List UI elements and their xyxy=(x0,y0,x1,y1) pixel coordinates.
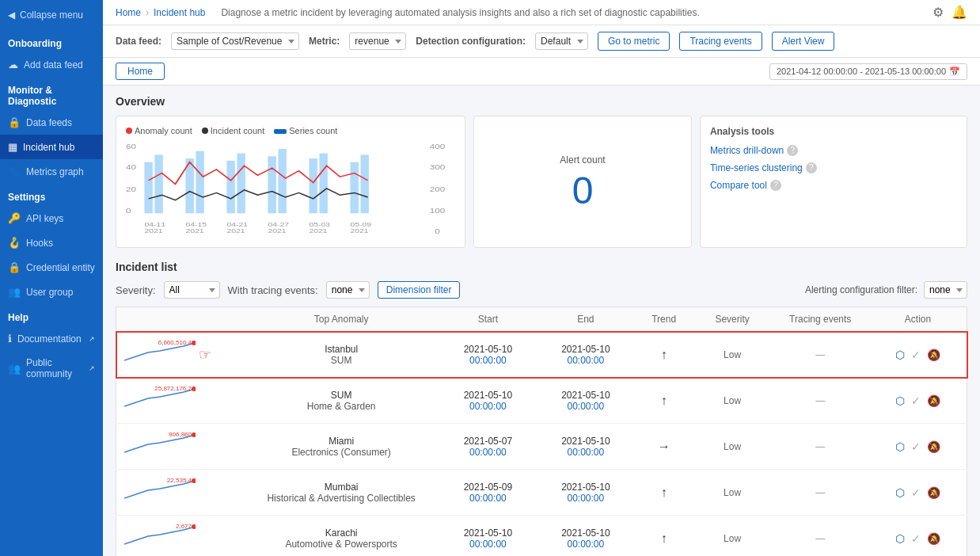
drill-down-action-icon[interactable]: ⬡ xyxy=(895,348,905,361)
users-icon: 👥 xyxy=(8,286,21,298)
svg-text:2021: 2021 xyxy=(185,228,203,234)
anomaly-cell: SUM Home & Garden xyxy=(244,378,439,424)
action-cell: ⬡ ✓ 🔕 xyxy=(869,516,967,557)
sidebar-item-hooks[interactable]: 🪝 Hooks xyxy=(0,230,103,255)
home-link[interactable]: Home xyxy=(116,7,141,18)
end-time-link[interactable]: 00:00:00 xyxy=(545,355,626,366)
snooze-action-icon[interactable]: 🔕 xyxy=(927,394,940,407)
sidebar-item-label: Hooks xyxy=(26,238,53,249)
collapse-menu-button[interactable]: ◀ Collapse menu xyxy=(0,0,103,30)
check-action-icon[interactable]: ✓ xyxy=(911,486,921,499)
tracing-events-button[interactable]: Tracing events xyxy=(679,32,762,51)
start-time-link[interactable]: 00:00:00 xyxy=(447,447,529,458)
tracing-value: — xyxy=(815,349,825,360)
end-time-link[interactable]: 00:00:00 xyxy=(545,401,626,412)
analysis-tools-card: Analysis tools Metrics drill-down ? Time… xyxy=(700,116,967,248)
svg-text:6,660,510.4: 6,660,510.4 xyxy=(158,339,192,346)
overview-title: Overview xyxy=(116,95,967,108)
sidebar-item-label: API keys xyxy=(26,213,63,224)
snooze-action-icon[interactable]: 🔕 xyxy=(927,486,940,499)
start-cell: 2021-05-07 00:00:00 xyxy=(439,424,537,470)
tracing-cell: — xyxy=(771,470,868,516)
severity-label: Severity: xyxy=(116,284,156,296)
anomaly-cell: Miami Electronics (Consumer) xyxy=(244,424,439,470)
sidebar-item-credential-entity[interactable]: 🔒 Credential entity xyxy=(0,255,103,280)
svg-rect-18 xyxy=(320,154,328,214)
start-time-link[interactable]: 00:00:00 xyxy=(447,401,529,412)
severity-value: Low xyxy=(724,487,741,498)
mini-chart-cell: 906,860 xyxy=(116,424,244,470)
col-tracing: Tracing events xyxy=(771,307,868,332)
bell-icon[interactable]: 🔔 xyxy=(952,5,967,20)
drill-down-action-icon[interactable]: ⬡ xyxy=(895,532,905,545)
sidebar-item-api-keys[interactable]: 🔑 API keys xyxy=(0,206,103,230)
incident-hub-link[interactable]: Incident hub xyxy=(154,7,205,18)
action-cell: ⬡ ✓ 🔕 xyxy=(869,378,967,424)
drill-down-action-icon[interactable]: ⬡ xyxy=(895,486,905,499)
sidebar-item-metrics-graph[interactable]: 🐾 Metrics graph xyxy=(0,159,103,184)
overview-chart-card: Anomaly count Incident count Series coun… xyxy=(116,116,465,248)
dimension-filter-button[interactable]: Dimension filter xyxy=(378,281,461,299)
end-date: 2021-05-10 xyxy=(545,390,626,401)
detection-config-select[interactable]: Default xyxy=(535,32,588,50)
severity-cell: Low xyxy=(693,378,772,424)
lock-icon: 🔒 xyxy=(8,116,21,128)
sidebar-item-label: Documentation xyxy=(17,333,82,345)
col-chart xyxy=(116,307,244,332)
svg-point-36 xyxy=(192,387,196,391)
check-action-icon[interactable]: ✓ xyxy=(911,440,921,453)
check-action-icon[interactable]: ✓ xyxy=(911,394,921,407)
severity-select[interactable]: All Low Medium High xyxy=(164,281,220,299)
start-time-link[interactable]: 00:00:00 xyxy=(447,493,529,504)
sidebar-item-documentation[interactable]: ℹ Documentation ↗ xyxy=(0,326,103,351)
snooze-action-icon[interactable]: 🔕 xyxy=(927,532,940,545)
compare-tool-link[interactable]: Compare tool ? xyxy=(710,180,957,191)
chevron-left-icon: ◀ xyxy=(8,10,15,21)
end-time-link[interactable]: 00:00:00 xyxy=(545,493,626,504)
topbar: Home › Incident hub Diagnose a metric in… xyxy=(103,0,980,25)
sidebar-item-user-group[interactable]: 👥 User group xyxy=(0,280,103,304)
time-series-clustering-link[interactable]: Time-series clustering ? xyxy=(710,162,957,173)
sidebar-item-label: Add data feed xyxy=(24,59,83,70)
anomaly-cell: Istanbul SUM xyxy=(244,332,439,378)
data-feed-select[interactable]: Sample of Cost/Revenue xyxy=(171,32,299,50)
metric-select[interactable]: revenue xyxy=(349,32,406,50)
svg-text:05-09: 05-09 xyxy=(351,221,372,227)
start-time-link[interactable]: 00:00:00 xyxy=(447,355,529,366)
end-time-link[interactable]: 00:00:00 xyxy=(545,447,626,458)
svg-rect-9 xyxy=(144,162,152,214)
svg-point-40 xyxy=(192,478,196,483)
severity-value: Low xyxy=(724,395,741,406)
end-time-link[interactable]: 00:00:00 xyxy=(545,539,626,550)
drill-down-action-icon[interactable]: ⬡ xyxy=(895,394,905,407)
tracing-events-select[interactable]: none all xyxy=(326,281,370,299)
table-header-row: Top Anomaly Start End Trend Severity Tra… xyxy=(116,307,967,332)
snooze-action-icon[interactable]: 🔕 xyxy=(927,348,940,361)
date-range-text: 2021-04-12 00:00:00 - 2021-05-13 00:00:0… xyxy=(777,67,946,76)
check-action-icon[interactable]: ✓ xyxy=(911,348,921,361)
metrics-drilldown-link[interactable]: Metrics drill-down ? xyxy=(710,145,957,156)
community-icon: 👥 xyxy=(8,363,21,375)
trend-arrow: ↑ xyxy=(643,394,686,408)
calendar-icon[interactable]: 📅 xyxy=(949,67,960,77)
sidebar-item-public-community[interactable]: 👥 Public community ↗ xyxy=(0,351,103,386)
check-action-icon[interactable]: ✓ xyxy=(911,532,921,545)
alerting-config-select[interactable]: none all xyxy=(924,281,967,299)
severity-value: Low xyxy=(724,533,741,544)
drill-down-action-icon[interactable]: ⬡ xyxy=(895,440,905,453)
trend-arrow: ↑ xyxy=(643,531,686,546)
trend-arrow: → xyxy=(643,440,686,454)
go-to-metric-button[interactable]: Go to metric xyxy=(598,32,670,51)
svg-text:100: 100 xyxy=(430,208,446,215)
snooze-action-icon[interactable]: 🔕 xyxy=(927,440,940,453)
start-time-link[interactable]: 00:00:00 xyxy=(447,539,529,550)
sidebar-item-add-data-feed[interactable]: ☁ Add data feed xyxy=(0,52,103,77)
svg-rect-17 xyxy=(309,158,317,213)
hook-icon: 🪝 xyxy=(8,237,21,249)
settings-icon[interactable]: ⚙ xyxy=(933,5,944,20)
alert-view-button[interactable]: Alert View xyxy=(772,32,835,51)
end-cell: 2021-05-10 00:00:00 xyxy=(537,424,634,470)
sidebar-item-incident-hub[interactable]: ▦ Incident hub xyxy=(0,135,103,159)
home-tab[interactable]: Home xyxy=(116,63,165,80)
sidebar-item-data-feeds[interactable]: 🔒 Data feeds xyxy=(0,110,103,135)
